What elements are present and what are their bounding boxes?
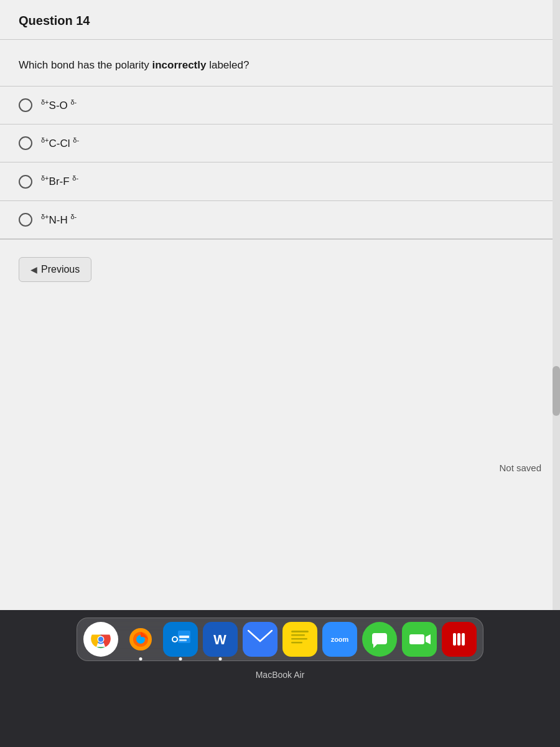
word-dot <box>219 657 222 660</box>
svg-rect-18 <box>291 634 305 636</box>
firefox-dot <box>139 657 142 660</box>
option-b-text: δ+C-Cl δ- <box>41 136 79 151</box>
svg-rect-10 <box>179 639 187 641</box>
outlook-dot <box>179 657 182 660</box>
dock-container: W zoom <box>0 610 560 747</box>
macbook-label: MacBook Air <box>256 670 305 680</box>
svg-point-12 <box>173 637 177 641</box>
option-a[interactable]: δ+S-O δ- <box>0 86 560 125</box>
status-area: Not saved <box>499 463 541 473</box>
svg-rect-26 <box>453 633 456 646</box>
dock-word[interactable]: W <box>203 622 238 657</box>
left-arrow-icon: ◀ <box>30 265 37 275</box>
option-c[interactable]: δ+Br-F δ- <box>0 162 560 200</box>
option-d-text: δ+N-H δ- <box>41 212 77 227</box>
option-c-text: δ+Br-F δ- <box>41 174 78 189</box>
question-header: Question 14 <box>0 0 560 39</box>
dock-chrome[interactable] <box>83 622 118 657</box>
question-body: Which bond has the polarity incorrectly … <box>0 40 560 86</box>
previous-button[interactable]: ◀ Previous <box>19 257 91 282</box>
dock-firefox[interactable] <box>123 622 158 657</box>
svg-rect-23 <box>409 634 424 644</box>
nav-area: ◀ Previous <box>0 239 560 299</box>
svg-rect-28 <box>462 633 465 646</box>
main-content: Question 14 Which bond has the polarity … <box>0 0 560 610</box>
dock-bar: W zoom <box>77 618 483 661</box>
radio-d[interactable] <box>19 213 32 227</box>
dock-zoom[interactable]: zoom <box>322 622 357 657</box>
dock-outlook[interactable] <box>163 622 198 657</box>
dock-facetime[interactable] <box>402 622 437 657</box>
option-b[interactable]: δ+C-Cl δ- <box>0 125 560 162</box>
svg-text:W: W <box>213 632 226 647</box>
option-a-text: δ+S-O δ- <box>41 98 77 113</box>
dock-messages[interactable] <box>362 622 397 657</box>
svg-rect-20 <box>291 642 302 644</box>
option-d[interactable]: δ+N-H δ- <box>0 201 560 239</box>
question-title: Question 14 <box>19 14 90 27</box>
svg-rect-27 <box>457 633 460 646</box>
dock-notes[interactable] <box>282 622 317 657</box>
svg-rect-9 <box>179 636 189 638</box>
dock-mail[interactable] <box>243 622 278 657</box>
radio-c[interactable] <box>19 175 32 189</box>
scrollbar-thumb[interactable] <box>553 366 560 416</box>
svg-point-3 <box>98 637 103 642</box>
dock-other[interactable] <box>442 622 477 657</box>
scrollbar-track[interactable] <box>553 0 560 610</box>
radio-b[interactable] <box>19 136 32 150</box>
options-area: δ+S-O δ- δ+C-Cl δ- δ+Br-F δ- δ+N-H δ- <box>0 86 560 240</box>
svg-rect-19 <box>291 638 307 640</box>
not-saved-status: Not saved <box>499 463 541 473</box>
svg-rect-17 <box>291 631 309 632</box>
question-text: Which bond has the polarity incorrectly … <box>19 57 541 73</box>
radio-a[interactable] <box>19 98 32 112</box>
